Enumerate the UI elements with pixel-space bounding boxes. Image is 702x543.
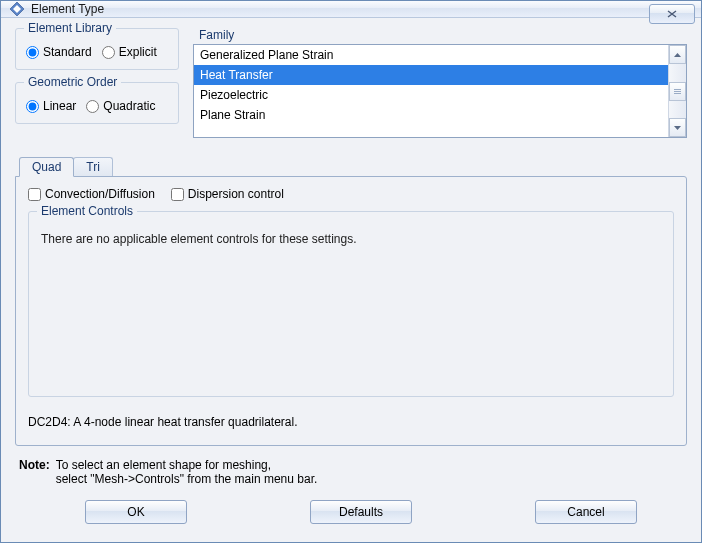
element-description: DC2D4: A 4-node linear heat transfer qua…: [28, 415, 674, 429]
radio-quadratic-input[interactable]: [86, 100, 99, 113]
scroll-up-button[interactable]: [669, 45, 686, 64]
svg-rect-2: [674, 93, 681, 94]
dialog-element-type: Element Type Element Library Standard: [0, 0, 702, 543]
group-legend: Element Controls: [37, 204, 137, 218]
scroll-thumb-indicator[interactable]: [669, 82, 686, 101]
button-bar: OK Defaults Cancel: [15, 486, 687, 532]
checkbox-input[interactable]: [28, 188, 41, 201]
tab-strip: Quad Tri: [15, 154, 687, 176]
radio-label: Quadratic: [103, 99, 155, 113]
radio-label: Explicit: [119, 45, 157, 59]
checkbox-label: Dispersion control: [188, 187, 284, 201]
cancel-button[interactable]: Cancel: [535, 500, 637, 524]
group-element-library: Element Library Standard Explicit: [15, 28, 179, 70]
tab-quad[interactable]: Quad: [19, 157, 74, 177]
note-text: Note: To select an element shape for mes…: [19, 458, 683, 486]
checkbox-label: Convection/Diffusion: [45, 187, 155, 201]
radio-label: Standard: [43, 45, 92, 59]
svg-rect-1: [674, 91, 681, 92]
tab-tri[interactable]: Tri: [73, 157, 113, 176]
close-icon: [667, 10, 677, 18]
button-label: Defaults: [339, 505, 383, 519]
note-label: Note:: [19, 458, 50, 486]
note-line-1: To select an element shape for meshing,: [56, 458, 318, 472]
tab-panel-quad: Convection/Diffusion Dispersion control …: [15, 176, 687, 446]
app-icon: [9, 1, 25, 17]
chevron-down-icon: [674, 126, 681, 130]
group-legend: Element Library: [24, 21, 116, 35]
family-listbox[interactable]: Generalized Plane StrainHeat TransferPie…: [193, 44, 687, 138]
family-list-item[interactable]: Generalized Plane Strain: [194, 45, 668, 65]
family-list-item[interactable]: Piezoelectric: [194, 85, 668, 105]
element-controls-message: There are no applicable element controls…: [41, 232, 357, 246]
defaults-button[interactable]: Defaults: [310, 500, 412, 524]
checkbox-dispersion-control[interactable]: Dispersion control: [171, 187, 284, 201]
radio-explicit[interactable]: Explicit: [102, 45, 157, 59]
button-label: Cancel: [567, 505, 604, 519]
family-list-item[interactable]: Plane Strain: [194, 105, 668, 125]
group-element-controls: Element Controls There are no applicable…: [28, 211, 674, 397]
scrollbar[interactable]: [668, 45, 686, 137]
grip-icon: [673, 88, 682, 95]
note-line-2: select "Mesh->Controls" from the main me…: [56, 472, 318, 486]
radio-linear-input[interactable]: [26, 100, 39, 113]
tab-label: Quad: [32, 160, 61, 174]
group-legend: Family: [199, 28, 687, 42]
group-family: Family Generalized Plane StrainHeat Tran…: [193, 28, 687, 138]
svg-rect-0: [674, 89, 681, 90]
group-legend: Geometric Order: [24, 75, 121, 89]
window-title: Element Type: [31, 2, 104, 16]
radio-standard[interactable]: Standard: [26, 45, 92, 59]
checkbox-input[interactable]: [171, 188, 184, 201]
radio-quadratic[interactable]: Quadratic: [86, 99, 155, 113]
title-bar: Element Type: [1, 1, 701, 18]
scroll-down-button[interactable]: [669, 118, 686, 137]
dialog-client-area: Element Library Standard Explicit Geome: [1, 18, 701, 542]
tab-label: Tri: [86, 160, 100, 174]
radio-label: Linear: [43, 99, 76, 113]
radio-linear[interactable]: Linear: [26, 99, 76, 113]
button-label: OK: [127, 505, 144, 519]
close-button[interactable]: [649, 4, 695, 24]
radio-standard-input[interactable]: [26, 46, 39, 59]
checkbox-convection-diffusion[interactable]: Convection/Diffusion: [28, 187, 155, 201]
chevron-up-icon: [674, 53, 681, 57]
ok-button[interactable]: OK: [85, 500, 187, 524]
radio-explicit-input[interactable]: [102, 46, 115, 59]
group-geometric-order: Geometric Order Linear Quadratic: [15, 82, 179, 124]
family-list-item[interactable]: Heat Transfer: [194, 65, 668, 85]
